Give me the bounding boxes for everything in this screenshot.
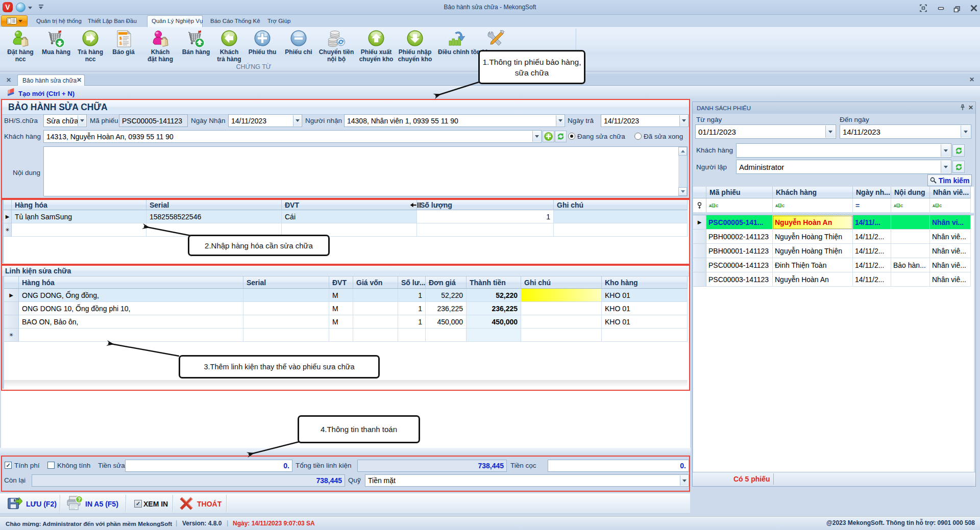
svg-text:C: C bbox=[900, 204, 903, 208]
svg-text:A: A bbox=[894, 204, 896, 208]
svg-text:?: ? bbox=[78, 497, 81, 502]
svg-text:C: C bbox=[782, 204, 785, 208]
svg-text:$: $ bbox=[119, 36, 122, 41]
svg-text:A: A bbox=[775, 204, 778, 208]
svg-text:C: C bbox=[939, 204, 942, 208]
svg-text:B: B bbox=[778, 204, 781, 207]
svg-text:B: B bbox=[712, 204, 715, 207]
svg-text:B: B bbox=[897, 204, 899, 207]
svg-text:C: C bbox=[716, 204, 718, 208]
svg-text:A: A bbox=[933, 204, 935, 208]
svg-text:B: B bbox=[936, 204, 938, 207]
svg-text:$: $ bbox=[119, 41, 122, 46]
svg-text:A: A bbox=[709, 204, 712, 208]
